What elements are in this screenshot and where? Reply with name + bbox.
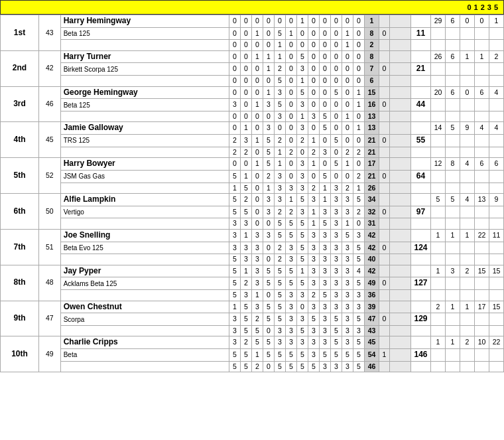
score-cell: 3 [263,229,275,242]
score-cell: 3 [342,265,353,277]
score-cell: 0 [229,158,241,171]
extra-cell [390,265,411,277]
score-cell: 5 [229,277,241,290]
position-cell: 4th [1,122,39,158]
score-cell: 5 [263,135,275,147]
score-cell: 1 [275,40,286,51]
score-cell: 5 [263,158,275,171]
score-cell: 5 [229,349,241,362]
extra-cell [390,50,411,63]
total-cell [411,111,431,122]
total-cell [411,50,431,63]
score-cell: 1 [353,86,365,99]
score-cell: 0 [331,147,342,158]
score-cell: 2 [263,170,275,183]
score-cell: 0 [331,122,342,135]
position-cell: 1st [1,15,39,51]
score-cell: 5 [297,50,308,63]
rider-name: Alfie Lampkin [60,194,229,206]
count-cell [489,349,504,362]
score-cell: 3 [320,336,331,349]
score-cell: 1 [342,218,353,230]
time-cell [379,361,390,372]
count-cell [489,313,504,326]
score-cell: 3 [297,289,308,301]
score-cell: 0 [297,301,308,313]
lap-total: 42 [365,229,379,242]
rider-number: 43 [39,15,61,51]
score-cell: 5 [331,336,342,349]
bike-name: JSM Gas Gas [60,170,229,183]
count-cell [460,111,475,122]
score-cell: 0 [263,254,275,265]
count-cell [475,361,489,372]
score-cell: 0 [263,325,275,336]
score-cell: 0 [331,111,342,122]
count-cell [475,289,489,301]
rider-number: 49 [39,336,61,372]
count-cell: 4 [460,158,475,171]
extra-cell [390,27,411,40]
time-cell: 0 [379,170,390,183]
score-cell: 3 [331,265,342,277]
position-cell: 10th [1,336,39,372]
count-cell [475,63,489,76]
time-cell [379,86,390,99]
score-cell: 5 [286,218,297,230]
count-cell [431,325,446,336]
score-cell: 3 [286,336,297,349]
extra-cell [390,349,411,362]
rider-number: 46 [39,86,61,122]
score-cell: 3 [297,206,308,218]
score-cell: 3 [252,229,263,242]
table-row: 55205555333546 [1,361,504,372]
count-cell [446,289,460,301]
count-cell [475,242,489,254]
score-cell: 1 [229,301,241,313]
score-cell: 0 [229,122,241,135]
score-cell: 5 [229,254,241,265]
blank-name [60,254,229,265]
score-cell: 0 [275,15,286,28]
score-cell: 3 [241,218,252,230]
score-cell: 0 [286,170,297,183]
count-cell [431,76,446,87]
lap-total: 40 [365,254,379,265]
score-cell: 3 [308,349,320,362]
total-cell [411,289,431,301]
score-cell: 0 [241,15,252,28]
total-cell: 64 [411,170,431,183]
score-cell: 3 [331,194,342,206]
score-cell: 5 [241,325,252,336]
count-cell: 6 [446,15,460,28]
score-cell: 2 [342,147,353,158]
score-cell: 2 [275,135,286,147]
total-cell [411,336,431,349]
count-cell [475,349,489,362]
score-cell: 1 [252,158,263,171]
score-cell: 3 [275,325,286,336]
count-cell: 1 [431,336,446,349]
rider-name: Owen Chestnut [60,301,229,313]
score-cell: 3 [286,325,297,336]
score-cell: 5 [275,76,286,87]
lap-total: 13 [365,111,379,122]
score-cell: 2 [241,277,252,290]
score-cell: 5 [353,313,365,326]
score-cell: 0 [342,170,353,183]
score-cell: 3 [342,301,353,313]
score-cell: 0 [229,15,241,28]
rider-name: Harry Bowyer [60,158,229,171]
total-cell [411,325,431,336]
blank-name [60,325,229,336]
score-cell: 3 [308,111,320,122]
score-cell: 5 [241,349,252,362]
time-cell: 0 [379,206,390,218]
score-cell: 0 [308,40,320,51]
rider-number: 51 [39,229,61,265]
score-cell: 3 [275,111,286,122]
score-cell: 5 [275,99,286,111]
score-cell: 5 [353,349,365,362]
score-cell: 5 [252,325,263,336]
score-cell: 3 [342,194,353,206]
